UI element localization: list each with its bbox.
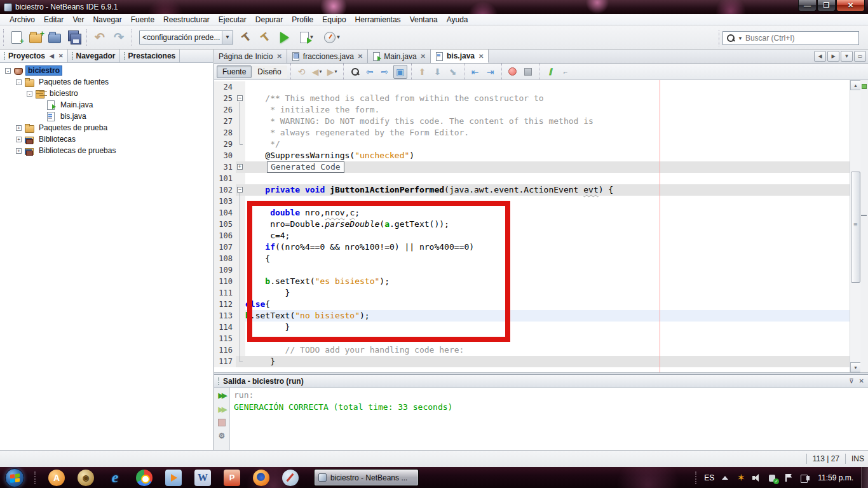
tree-item-paquetes-de-prueba[interactable]: +Paquetes de prueba bbox=[0, 122, 213, 133]
show-desktop-button[interactable] bbox=[861, 467, 868, 488]
close-panel-icon[interactable]: ✕ bbox=[58, 53, 64, 59]
code-line-30[interactable]: 30 @SuppressWarnings("unchecked") bbox=[214, 150, 850, 161]
menu-editar[interactable]: Editar bbox=[39, 14, 68, 25]
minimize-button[interactable]: — bbox=[798, 0, 817, 11]
find-selection-button[interactable] bbox=[348, 65, 362, 79]
scroll-tabs-right-icon[interactable]: ▶ bbox=[827, 51, 839, 62]
menu-ayuda[interactable]: Ayuda bbox=[442, 14, 473, 25]
tab-list-dropdown-icon[interactable]: ▼ bbox=[841, 51, 853, 62]
clock[interactable]: 11:59 p.m. bbox=[818, 473, 853, 482]
generated-code-fold-box[interactable]: Generated Code bbox=[267, 161, 344, 173]
code-line-26[interactable]: 26 * initialize the form. bbox=[214, 104, 850, 116]
shift-left-button[interactable]: ⇤ bbox=[468, 65, 482, 79]
previous-occurrence-button[interactable]: ⇦ bbox=[363, 65, 377, 79]
fold-gutter[interactable]: − bbox=[236, 93, 245, 104]
tree-item-bis-java[interactable]: +bis.java bbox=[0, 111, 213, 122]
panel-tab-proyectos[interactable]: Proyectos◀✕ bbox=[0, 50, 68, 62]
redo-button[interactable]: ↷ bbox=[110, 29, 128, 46]
search-input[interactable] bbox=[745, 34, 858, 43]
toggle-highlight-button[interactable]: ▣ bbox=[393, 65, 407, 79]
restore-button[interactable]: ❐ bbox=[817, 0, 836, 11]
back-button[interactable]: ◀▾ bbox=[310, 65, 324, 79]
menu-herramientas[interactable]: Herramientas bbox=[351, 14, 405, 25]
new-project-button[interactable]: + bbox=[27, 29, 44, 46]
open-project-button[interactable] bbox=[46, 29, 64, 46]
tree-item-main-java[interactable]: +Main.java bbox=[0, 99, 213, 111]
menu-equipo[interactable]: Equipo bbox=[318, 14, 350, 25]
breakpoint-button[interactable] bbox=[506, 65, 520, 79]
code-line-27[interactable]: 27 * WARNING: Do NOT modify this code. T… bbox=[214, 116, 850, 127]
forward-button[interactable]: ▶▾ bbox=[325, 65, 339, 79]
chevron-down-icon[interactable]: ▼ bbox=[222, 31, 233, 44]
close-tab-icon[interactable]: ✕ bbox=[478, 53, 484, 60]
source-view-button[interactable]: Fuente bbox=[217, 65, 252, 78]
scroll-down-icon[interactable]: ▼ bbox=[850, 362, 861, 372]
editor-tab-bis-java[interactable]: bis.java✕ bbox=[431, 50, 489, 63]
netbeans-task-button[interactable]: biciestro - NetBeans ... bbox=[314, 469, 419, 486]
close-tab-icon[interactable]: ✕ bbox=[421, 53, 426, 60]
code-line-31[interactable]: 31+Generated Code bbox=[214, 161, 850, 173]
code-line-116[interactable]: 116 // TODO add your handling code here: bbox=[214, 344, 850, 356]
code-editor[interactable]: 2425− /** This method is called from wit… bbox=[214, 80, 868, 372]
close-tab-icon[interactable]: ✕ bbox=[276, 53, 281, 60]
code-line-101[interactable]: 101 bbox=[214, 173, 850, 184]
tree-item-bibliotecas[interactable]: +Bibliotecas bbox=[0, 133, 213, 145]
comment-button[interactable]: ∥ bbox=[543, 65, 557, 79]
close-tab-icon[interactable]: ✕ bbox=[358, 53, 363, 60]
collapse-icon[interactable]: - bbox=[16, 79, 22, 85]
show-hidden-icons-icon[interactable] bbox=[722, 476, 728, 480]
language-indicator[interactable]: ES bbox=[704, 473, 714, 482]
collapse-icon[interactable]: - bbox=[5, 68, 11, 74]
last-edit-button[interactable]: ⟲ bbox=[295, 65, 309, 79]
close-panel-icon[interactable]: ✕ bbox=[859, 377, 864, 384]
fold-gutter[interactable]: − bbox=[236, 184, 245, 196]
expand-icon[interactable]: + bbox=[16, 125, 22, 131]
internet-explorer-icon[interactable]: e bbox=[107, 470, 123, 486]
chevron-down-icon[interactable]: ▼ bbox=[336, 34, 341, 40]
tree-item-biciestro[interactable]: -biciestro bbox=[0, 65, 213, 76]
shift-right-button[interactable]: ⇥ bbox=[484, 65, 498, 79]
atube-catcher-icon[interactable]: A bbox=[48, 470, 65, 486]
code-line-24[interactable]: 24 bbox=[214, 81, 850, 93]
scroll-tabs-left-icon[interactable]: ◀ bbox=[814, 51, 826, 62]
ant-settings-button[interactable]: ⚙ bbox=[216, 430, 227, 442]
action-center-flag-icon[interactable] bbox=[783, 473, 794, 483]
start-button[interactable] bbox=[5, 468, 24, 487]
chrome-icon[interactable] bbox=[136, 470, 153, 486]
safari-icon[interactable] bbox=[282, 470, 299, 486]
tree-item-biciestro[interactable]: -biciestro bbox=[0, 88, 213, 99]
stop-button[interactable] bbox=[521, 65, 535, 79]
expand-icon[interactable]: + bbox=[16, 137, 22, 142]
menu-archivo[interactable]: Archivo bbox=[5, 14, 39, 25]
menu-reestructurar[interactable]: Reestructurar bbox=[159, 14, 214, 25]
scrollbar-thumb[interactable] bbox=[851, 172, 860, 283]
output-header[interactable]: Salida - biciestro (run) ⊽ ✕ bbox=[214, 375, 868, 388]
menu-fuente[interactable]: Fuente bbox=[126, 14, 159, 25]
panel-tab-prestaciones[interactable]: Prestaciones bbox=[120, 50, 180, 62]
build-button[interactable]: T bbox=[238, 29, 255, 46]
save-all-button[interactable] bbox=[65, 29, 83, 46]
new-file-button[interactable]: + bbox=[8, 29, 25, 46]
powerpoint-icon[interactable]: P bbox=[224, 470, 240, 486]
menu-ejecutar[interactable]: Ejecutar bbox=[214, 14, 251, 25]
code-line-29[interactable]: 29 */ bbox=[214, 139, 850, 150]
output-console[interactable]: run:GENERACIÓN CORRECTA (total time: 33 … bbox=[230, 388, 868, 450]
editor-tab-main-java[interactable]: Main.java✕ bbox=[368, 50, 431, 63]
next-bookmark-button[interactable]: ⬇ bbox=[431, 65, 445, 79]
uncomment-button[interactable]: ⌐ bbox=[559, 65, 573, 79]
word-icon[interactable]: W bbox=[194, 470, 211, 486]
collapse-icon[interactable]: - bbox=[27, 91, 32, 97]
close-button[interactable]: ✕ bbox=[836, 0, 865, 11]
tree-item-paquetes-de-fuentes[interactable]: -Paquetes de fuentes bbox=[0, 76, 213, 88]
rerun-with-options-button[interactable]: ▶▶ bbox=[216, 403, 227, 415]
usb-device-icon[interactable] bbox=[768, 473, 778, 483]
tree-item-bibliotecas-de-pruebas[interactable]: +Bibliotecas de pruebas bbox=[0, 145, 213, 156]
fold-gutter[interactable]: + bbox=[236, 161, 245, 173]
scroll-up-icon[interactable]: ▲ bbox=[850, 80, 861, 90]
menu-depurar[interactable]: Depurar bbox=[251, 14, 287, 25]
title-bar[interactable]: biciestro - NetBeans IDE 6.9.1 — ❐ ✕ bbox=[0, 0, 868, 14]
editor-vertical-scrollbar[interactable]: ▲ ▼ bbox=[850, 80, 860, 372]
search-box[interactable]: ▼ bbox=[722, 31, 859, 45]
media-app-icon[interactable]: ◉ bbox=[78, 470, 94, 486]
code-line-25[interactable]: 25− /** This method is called from withi… bbox=[214, 93, 850, 104]
